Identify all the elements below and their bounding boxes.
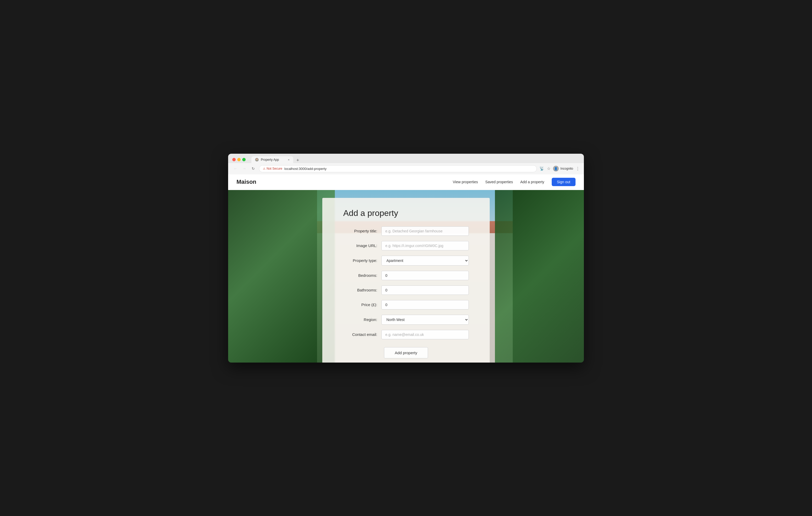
image-url-label: Image URL: [343,243,377,248]
property-title-row: Property title: [343,226,469,236]
bedrooms-row: Bedrooms: [343,271,469,280]
maximize-traffic-light[interactable] [242,158,245,161]
not-secure-label: Not Secure [267,167,282,171]
nav-view-properties[interactable]: View properties [453,180,478,184]
price-input[interactable] [381,300,469,309]
image-url-input[interactable] [381,241,469,250]
tab-close-button[interactable]: × [288,158,290,161]
image-url-row: Image URL: [343,241,469,250]
incognito-avatar-icon: 👤 [553,166,559,172]
main-content: Add a property Property title: Image URL… [228,190,584,363]
property-title-label: Property title: [343,229,377,233]
bathrooms-label: Bathrooms: [343,288,377,292]
browser-titlebar: 🏠 Property App × + [228,154,584,163]
back-button[interactable]: ← [232,166,239,171]
cast-icon[interactable]: 📡 [540,166,544,171]
app-logo: Maison [236,179,256,185]
bathrooms-row: Bathrooms: [343,285,469,295]
contact-email-row: Contact email: [343,330,469,339]
browser-addressbar: ← → ↻ ⚠ Not Secure localhost:3000/add-pr… [228,163,584,174]
nav-saved-properties[interactable]: Saved properties [485,180,513,184]
contact-email-label: Contact email: [343,332,377,337]
add-property-form-card: Add a property Property title: Image URL… [322,198,490,363]
property-type-select[interactable]: Apartment House Bungalow Flat Studio Ter… [381,256,469,266]
contact-email-input[interactable] [381,330,469,339]
tabs-bar: 🏠 Property App × + [252,156,580,163]
property-type-row: Property type: Apartment House Bungalow … [343,256,469,266]
close-traffic-light[interactable] [232,158,236,161]
add-property-button[interactable]: Add property [384,347,428,358]
refresh-button[interactable]: ↻ [250,166,256,171]
property-type-label: Property type: [343,258,377,263]
nav-links: View properties Saved properties Add a p… [453,178,576,186]
incognito-label: Incognito [560,167,573,171]
bedrooms-input[interactable] [381,271,469,280]
form-submit-row: Add property [343,347,469,358]
url-text: localhost:3000/add-property [284,167,326,171]
warning-icon: ⚠ [263,167,265,171]
bedrooms-label: Bedrooms: [343,273,377,278]
app-navbar: Maison View properties Saved properties … [228,174,584,190]
form-title: Add a property [343,208,469,218]
new-tab-button[interactable]: + [294,158,301,163]
price-label: Price (£): [343,302,377,307]
traffic-lights [232,158,245,161]
browser-tab-active[interactable]: 🏠 Property App × [252,156,293,163]
price-row: Price (£): [343,300,469,309]
bookmark-icon[interactable]: ☆ [547,166,550,171]
addressbar-actions: 📡 ☆ 👤 Incognito ⋮ [540,166,580,172]
region-row: Region: North West North East South East… [343,315,469,325]
incognito-badge: 👤 Incognito [553,166,573,172]
tab-favicon-icon: 🏠 [255,158,259,161]
more-options-icon[interactable]: ⋮ [576,166,580,171]
bathrooms-input[interactable] [381,285,469,295]
not-secure-indicator: ⚠ Not Secure [263,167,282,171]
property-title-input[interactable] [381,226,469,236]
background-foliage-right [495,190,584,363]
minimize-traffic-light[interactable] [237,158,241,161]
region-label: Region: [343,317,377,322]
forward-button[interactable]: → [241,166,248,171]
background-foliage-left [228,190,335,363]
browser-window: 🏠 Property App × + ← → ↻ ⚠ Not Secure lo… [228,154,584,363]
region-select[interactable]: North West North East South East South W… [381,315,469,325]
sign-out-button[interactable]: Sign out [552,178,576,186]
nav-add-property[interactable]: Add a property [520,180,544,184]
tab-title: Property App [261,158,279,161]
url-bar[interactable]: ⚠ Not Secure localhost:3000/add-property [259,165,537,172]
